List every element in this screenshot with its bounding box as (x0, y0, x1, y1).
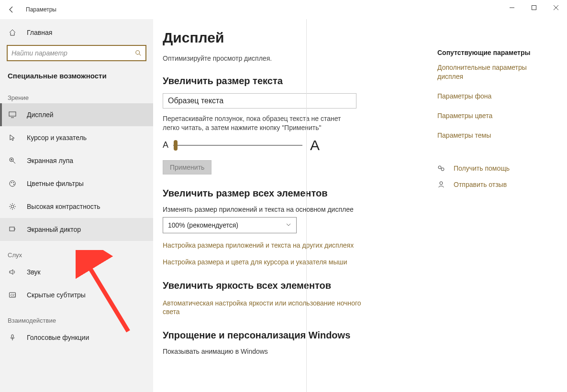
brightness-icon (9, 203, 17, 210)
sidebar-home-label: Главная (27, 29, 52, 36)
sidebar-group-vision: Зрение (0, 84, 153, 103)
sidebar-item-narrator[interactable]: Экранный диктор (0, 218, 153, 241)
sidebar-category: Специальные возможности (0, 65, 153, 84)
sidebar-item-label: Экранная лупа (27, 157, 73, 164)
search-input-wrap[interactable] (7, 45, 146, 61)
sidebar-item-label: Звук (27, 268, 41, 276)
rail-link-theme[interactable]: Параметры темы (437, 131, 552, 140)
scale-dropdown[interactable]: 100% (рекомендуется) (163, 217, 297, 233)
help-icon (437, 164, 446, 172)
palette-icon (9, 180, 17, 187)
sidebar-item-speech[interactable]: Голосовые функции (0, 326, 153, 349)
sidebar-group-hearing: Слух (0, 241, 153, 261)
sidebar-item-label: Голосовые функции (27, 334, 89, 341)
svg-point-32 (440, 182, 443, 185)
slider-label-large: A (310, 137, 320, 153)
section-heading-simplify: Упрощение и персонализация Windows (163, 330, 431, 341)
text-size-slider[interactable] (173, 140, 302, 151)
svg-rect-1 (532, 6, 536, 10)
sidebar-item-captions[interactable]: CC Скрытые субтитры (0, 283, 153, 306)
slider-description: Перетаскивайте ползунок, пока образец те… (163, 114, 356, 132)
search-icon (131, 50, 145, 56)
sidebar-item-high-contrast[interactable]: Высокая контрастность (0, 195, 153, 218)
narrator-icon (9, 226, 17, 233)
svg-line-22 (14, 208, 15, 209)
related-rail: Сопутствующие параметры Дополнительные п… (437, 30, 552, 197)
link-brightness[interactable]: Автоматическая настройка яркости или исп… (163, 299, 364, 317)
sidebar-item-magnifier[interactable]: Экранная лупа (0, 149, 153, 172)
scale-dropdown-value: 100% (рекомендуется) (168, 221, 238, 229)
scale-label: Изменять размер приложений и текста на о… (163, 206, 431, 213)
svg-rect-28 (11, 335, 13, 338)
sidebar-group-interaction: Взаимодействие (0, 306, 153, 326)
rail-link-bg[interactable]: Параметры фона (437, 92, 552, 101)
monitor-icon (9, 111, 17, 119)
feedback-icon (437, 181, 446, 188)
svg-point-4 (136, 51, 140, 54)
rail-item-help[interactable]: Получить помощь (437, 164, 552, 172)
sidebar: Главная Специальные возможности Зрение Д… (0, 19, 153, 392)
content-area: Дисплей Оптимизируйте просмотр дисплея. … (163, 30, 431, 359)
svg-point-15 (13, 184, 14, 185)
section-heading-text-size: Увеличить размер текста (163, 76, 431, 87)
svg-point-12 (10, 181, 15, 186)
svg-point-30 (438, 166, 441, 169)
sidebar-item-audio[interactable]: Звук (0, 261, 153, 283)
sample-text-box: Образец текста (163, 93, 356, 109)
svg-line-9 (13, 161, 15, 163)
rail-heading-related: Сопутствующие параметры (437, 49, 552, 56)
sidebar-item-label: Экранный диктор (27, 226, 81, 233)
svg-line-5 (139, 54, 141, 56)
rail-link-color[interactable]: Параметры цвета (437, 111, 552, 120)
sidebar-item-label: Дисплей (27, 111, 54, 119)
rail-help-link[interactable]: Получить помощь (454, 164, 510, 172)
svg-rect-25 (10, 227, 14, 231)
chevron-down-icon (286, 221, 291, 229)
magnifier-icon (9, 157, 17, 164)
microphone-icon (9, 334, 17, 341)
home-icon (9, 29, 17, 36)
search-input[interactable] (8, 49, 131, 57)
sidebar-home[interactable]: Главная (0, 24, 153, 41)
sidebar-item-label: Цветные фильтры (27, 180, 84, 187)
close-button[interactable] (545, 0, 567, 15)
window-title: Параметры (26, 6, 56, 13)
slider-thumb[interactable] (174, 140, 178, 151)
sidebar-item-label: Высокая контрастность (27, 203, 100, 210)
link-cursor-settings[interactable]: Настройка размера и цвета для курсора и … (163, 258, 431, 267)
page-title: Дисплей (163, 30, 431, 46)
svg-line-24 (14, 204, 15, 205)
svg-text:CC: CC (11, 294, 15, 297)
back-button[interactable] (2, 0, 21, 19)
svg-point-14 (13, 182, 14, 183)
sidebar-item-label: Скрытые субтитры (27, 291, 86, 299)
minimize-button[interactable] (501, 0, 523, 15)
sidebar-item-cursor[interactable]: Курсор и указатель (0, 126, 153, 149)
svg-point-31 (441, 168, 444, 171)
maximize-button[interactable] (523, 0, 545, 15)
rail-feedback-link[interactable]: Отправить отзыв (454, 181, 507, 188)
page-subtitle: Оптимизируйте просмотр дисплея. (163, 54, 431, 62)
section-heading-brightness: Увеличить яркость всех элементов (163, 280, 431, 291)
svg-rect-6 (9, 112, 16, 116)
slider-label-small: A (163, 140, 168, 150)
cursor-icon (9, 134, 17, 142)
rail-link-adv-display[interactable]: Дополнительные параметры дисплея (437, 63, 552, 81)
captions-icon: CC (9, 291, 17, 299)
sidebar-item-label: Курсор и указатель (27, 134, 87, 142)
sidebar-item-color-filters[interactable]: Цветные фильтры (0, 172, 153, 195)
section-heading-scale: Увеличить размер всех элементов (163, 188, 431, 199)
rail-item-feedback[interactable]: Отправить отзыв (437, 181, 552, 188)
svg-line-23 (10, 208, 11, 209)
svg-line-21 (10, 204, 11, 205)
toggle-label-animation: Показывать анимацию в Windows (163, 348, 431, 355)
svg-point-13 (11, 182, 12, 183)
sidebar-item-display[interactable]: Дисплей (0, 103, 153, 126)
speaker-icon (9, 268, 17, 276)
link-other-displays[interactable]: Настройка размера приложений и текста на… (163, 241, 431, 250)
apply-button[interactable]: Применить (163, 160, 211, 174)
svg-point-16 (11, 205, 14, 208)
